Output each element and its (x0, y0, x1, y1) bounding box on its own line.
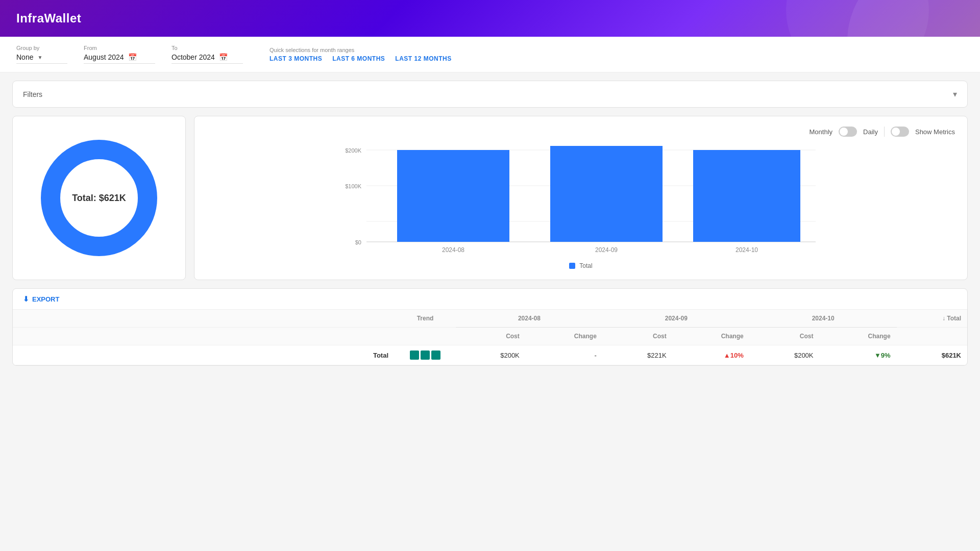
charts-area: Total: $621K Monthly Daily Show Metrics (12, 116, 968, 280)
col-08-cost: Cost (456, 328, 526, 345)
col-total-header: ↓ Total (897, 310, 967, 328)
from-control: From August 2024 📅 (84, 45, 155, 64)
col-10-change: Change (820, 328, 897, 345)
svg-text:2024-08: 2024-08 (442, 246, 464, 254)
table-header-group-row: Trend 2024-08 2024-09 2024-10 ↓ Total (13, 310, 967, 328)
export-label: EXPORT (32, 295, 59, 303)
quick-links-group: LAST 3 MONTHS LAST 6 MONTHS LAST 12 MONT… (270, 55, 452, 62)
to-label: To (172, 45, 243, 51)
group-by-select[interactable]: None ▼ (16, 53, 67, 64)
svg-text:$200K: $200K (345, 147, 361, 154)
last-12-months-link[interactable]: LAST 12 MONTHS (395, 55, 451, 62)
col-2024-10-header: 2024-10 (750, 310, 897, 328)
row-trend (395, 345, 456, 365)
from-value: August 2024 (84, 53, 124, 61)
donut-total-label: Total: $621K (72, 193, 126, 204)
col-trend-sub (395, 328, 456, 345)
divider (884, 127, 885, 137)
trend-bar-3 (431, 350, 440, 360)
group-by-control: Group by None ▼ (16, 45, 67, 64)
from-label: From (84, 45, 155, 51)
col-2024-08-header: 2024-08 (456, 310, 603, 328)
toggle-knob (840, 128, 848, 136)
svg-text:$100K: $100K (345, 183, 361, 189)
table-row: Total $200K - $221K ▲10% $200K ▼9% $621K (13, 345, 967, 365)
chart-legend: Total (207, 262, 955, 269)
trend-bar-2 (421, 350, 430, 360)
chevron-down-icon: ▼ (37, 55, 42, 60)
row-total: $621K (897, 345, 967, 365)
show-metrics-label: Show Metrics (915, 128, 955, 136)
col-10-cost: Cost (750, 328, 820, 345)
change-09: ▲10% (673, 345, 750, 365)
bar-chart-area: $200K $100K $0 2024-08 2024-09 2024-10 (207, 145, 955, 257)
export-bar: ⬇ EXPORT (13, 289, 967, 310)
trend-bars (401, 350, 450, 360)
download-icon: ⬇ (23, 295, 29, 303)
group-by-value: None (16, 53, 33, 61)
to-input[interactable]: October 2024 📅 (172, 53, 243, 64)
calendar-icon[interactable]: 📅 (128, 53, 137, 61)
svg-text:2024-10: 2024-10 (736, 246, 758, 254)
change-10: ▼9% (820, 345, 897, 365)
monthly-toggle[interactable] (839, 127, 857, 137)
col-trend-header: Trend (395, 310, 456, 328)
table-area: ⬇ EXPORT Trend 2024-08 2024-09 2024-10 ↓… (12, 288, 968, 366)
bar-2024-08 (397, 150, 509, 242)
toggle-knob-metrics (892, 128, 900, 136)
from-input[interactable]: August 2024 📅 (84, 53, 155, 64)
trend-bar-1 (410, 350, 419, 360)
filters-label: Filters (23, 90, 42, 98)
row-name-total: Total (13, 345, 395, 365)
to-control: To October 2024 📅 (172, 45, 243, 64)
bar-chart-svg: $200K $100K $0 2024-08 2024-09 2024-10 (207, 145, 955, 257)
to-value: October 2024 (172, 53, 215, 61)
show-metrics-toggle[interactable] (891, 127, 909, 137)
donut-chart: Total: $621K (38, 137, 160, 259)
daily-label: Daily (863, 128, 878, 136)
bar-panel: Monthly Daily Show Metrics $200K $100K (194, 116, 968, 280)
col-total-sub (897, 328, 967, 345)
cost-10: $200K (750, 345, 820, 365)
col-name-sub (13, 328, 395, 345)
col-name-header (13, 310, 395, 328)
quick-label: Quick selections for month ranges (270, 47, 452, 53)
group-by-label: Group by (16, 45, 67, 51)
export-button[interactable]: ⬇ EXPORT (23, 295, 59, 303)
col-2024-09-header: 2024-09 (603, 310, 750, 328)
legend-dot-total (569, 263, 575, 269)
col-09-change: Change (673, 328, 750, 345)
legend-total-label: Total (579, 262, 592, 269)
calendar-icon-to[interactable]: 📅 (219, 53, 228, 61)
chart-controls: Monthly Daily Show Metrics (207, 127, 955, 137)
controls-bar: Group by None ▼ From August 2024 📅 To Oc… (0, 37, 980, 72)
app-logo: InfraWallet (16, 11, 81, 26)
donut-panel: Total: $621K (12, 116, 186, 280)
change-08: - (526, 345, 603, 365)
col-08-change: Change (526, 328, 603, 345)
cost-08: $200K (456, 345, 526, 365)
data-table: Trend 2024-08 2024-09 2024-10 ↓ Total Co… (13, 310, 967, 365)
quick-selections: Quick selections for month ranges LAST 3… (270, 47, 452, 62)
col-09-cost: Cost (603, 328, 673, 345)
bar-2024-09 (550, 146, 663, 242)
monthly-label: Monthly (810, 128, 833, 136)
last-3-months-link[interactable]: LAST 3 MONTHS (270, 55, 322, 62)
app-header: InfraWallet (0, 0, 980, 37)
sort-down-icon: ↓ (942, 315, 945, 322)
cost-09: $221K (603, 345, 673, 365)
filters-bar[interactable]: Filters ▾ (12, 81, 968, 108)
bar-2024-10 (693, 150, 800, 242)
svg-text:$0: $0 (355, 239, 361, 245)
last-6-months-link[interactable]: LAST 6 MONTHS (332, 55, 385, 62)
table-header-sub-row: Cost Change Cost Change Cost Change (13, 328, 967, 345)
svg-text:2024-09: 2024-09 (595, 246, 618, 254)
chevron-down-icon: ▾ (953, 89, 957, 99)
